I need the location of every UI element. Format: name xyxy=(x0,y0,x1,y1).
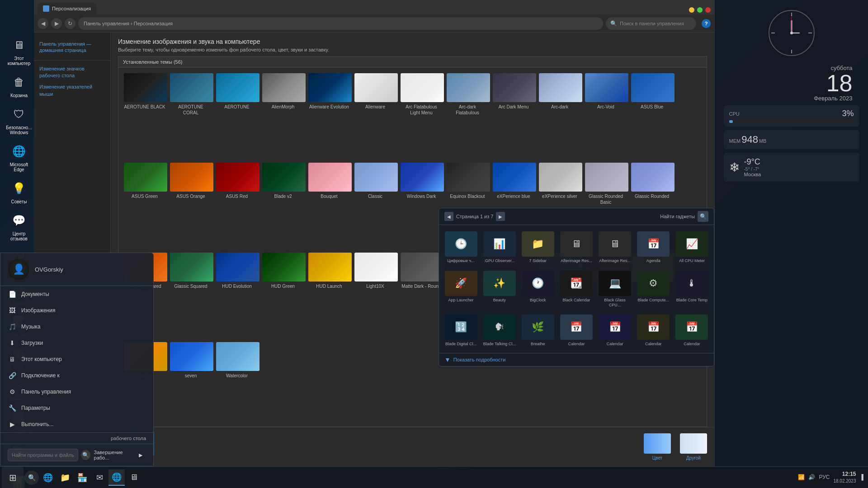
theme-item[interactable]: Blade v2 xyxy=(260,161,306,249)
theme-item[interactable]: ASUS Blue xyxy=(629,71,675,160)
gadget-item[interactable]: 📊 :GPU Observer... xyxy=(481,229,518,266)
theme-item[interactable]: HUD Launch xyxy=(307,251,352,339)
gadget-item[interactable]: 🚀 App Launcher xyxy=(443,268,479,310)
taskbar-search-button[interactable]: 🔍 xyxy=(24,470,39,485)
theme-label: ASUS Green xyxy=(124,193,165,199)
help-button[interactable]: ? xyxy=(702,19,711,28)
gadget-item[interactable]: 🖥 Afterimage Res... xyxy=(558,229,594,266)
theme-label: AEROTUNE CORAL xyxy=(170,104,212,116)
forward-button[interactable]: ▶ xyxy=(51,18,62,29)
gadget-item[interactable]: 🌡 Blade Core Temp xyxy=(674,268,710,310)
minimize-btn[interactable] xyxy=(689,7,694,13)
theme-item[interactable]: HUD Evolution xyxy=(214,251,259,339)
refresh-button[interactable]: ↻ xyxy=(65,18,75,29)
start-menu-item[interactable]: 🖼 Изображения xyxy=(0,302,153,319)
theme-item[interactable]: Arc Dark Menu xyxy=(491,71,536,160)
desktop-icon[interactable]: 🖥 Этот компьютер xyxy=(5,36,33,66)
gadget-item[interactable]: 🕒 Цифровые ч... xyxy=(443,229,479,266)
start-menu-item[interactable]: ▶ Выполнить... xyxy=(0,416,153,432)
theme-item[interactable]: Arc-Void xyxy=(583,71,628,160)
maximize-btn[interactable] xyxy=(697,7,703,13)
gadget-item[interactable]: 🔢 Blade Digital Cl... xyxy=(443,312,479,349)
theme-item[interactable]: HUD Green xyxy=(260,251,306,339)
theme-item[interactable]: Alienware Evolution xyxy=(307,71,352,160)
gadget-item[interactable]: 📈 All CPU Meter xyxy=(674,229,710,266)
shutdown-button[interactable]: Завершение рабо... ▶ xyxy=(90,448,146,462)
theme-item[interactable]: Classic xyxy=(353,161,398,249)
desktop-icon[interactable]: 💬 Центр отзывов xyxy=(5,211,33,241)
theme-item[interactable]: ASUS Green xyxy=(122,161,167,249)
back-button[interactable]: ◀ xyxy=(38,18,48,29)
gadget-item[interactable]: 🕐 BigClock xyxy=(519,268,556,310)
taskbar-mail[interactable]: ✉ xyxy=(91,469,108,486)
theme-item[interactable]: ASUS Red xyxy=(214,161,259,249)
theme-item[interactable]: Windows Dark xyxy=(399,161,444,249)
gadget-item[interactable]: ✨ Beauty xyxy=(481,268,518,310)
next-page-btn[interactable]: ▶ xyxy=(496,212,505,221)
taskbar-chrome[interactable]: 🌐 xyxy=(108,469,125,486)
start-search-input[interactable] xyxy=(8,449,78,461)
gadgets-search-icon[interactable]: 🔍 xyxy=(698,211,708,222)
start-menu-item[interactable]: 🖥 Этот компьютер xyxy=(0,351,153,367)
taskbar-time: 12:15 xyxy=(833,470,856,478)
theme-item[interactable]: Glassic Squared xyxy=(168,251,213,339)
start-menu-item[interactable]: ⚙ Панель управления xyxy=(0,384,153,400)
theme-item[interactable]: Arc-dark xyxy=(537,71,582,160)
taskbar-edge[interactable]: 🌐 xyxy=(40,469,56,486)
gadget-item[interactable]: 🖥 Afterimage Res... xyxy=(597,229,633,266)
gadget-item[interactable]: 🗣 Blade Talking Cl... xyxy=(481,312,518,349)
theme-item[interactable]: Matte Dark - Round xyxy=(399,251,444,339)
theme-item[interactable]: AEROTUNE CORAL xyxy=(168,71,213,160)
gadget-item[interactable]: 📆 Black Calendar xyxy=(558,268,594,310)
search-bar[interactable]: 🔍 Поиск в панели управления xyxy=(606,17,696,30)
gadget-item[interactable]: 📅 Calendar xyxy=(597,312,633,349)
gadget-item[interactable]: 📅 Agenda xyxy=(635,229,672,266)
start-menu-item[interactable]: ⬇ Загрузки xyxy=(0,335,153,351)
gadget-item[interactable]: ⚙ Blade Compute... xyxy=(635,268,672,310)
start-button[interactable]: ⊞ xyxy=(2,467,24,488)
prev-page-btn[interactable]: ◀ xyxy=(444,212,453,221)
taskbar-explorer[interactable]: 📁 xyxy=(57,469,73,486)
start-menu-item[interactable]: 🔗 Подключение к xyxy=(0,367,153,384)
theme-item[interactable]: seven xyxy=(168,340,213,423)
gadget-item[interactable]: 💻 Black Glass CPU... xyxy=(597,268,633,310)
theme-item[interactable]: ASUS Orange xyxy=(168,161,213,249)
theme-thumbnail xyxy=(170,73,213,102)
gadget-item[interactable]: 🌿 Breathe xyxy=(519,312,556,349)
sidebar-cursors-link[interactable]: Изменение указателей мыши xyxy=(34,81,110,100)
active-tab[interactable]: Персонализация xyxy=(38,3,96,14)
start-menu-item[interactable]: 📄 Документы xyxy=(0,286,153,302)
start-menu-item[interactable]: 🎵 Музыка xyxy=(0,319,153,335)
close-btn[interactable] xyxy=(705,7,711,13)
desktop-icon[interactable]: 🛡 Безопасно... Windows xyxy=(5,105,33,135)
desktop-icon[interactable]: 🌐 Microsoft Edge xyxy=(5,142,33,172)
sidebar-icons-link[interactable]: Изменение значков рабочего стола xyxy=(34,63,110,82)
theme-item[interactable]: AEROTUNE xyxy=(214,71,259,160)
gadgets-footer[interactable]: ▼ Показать подробности xyxy=(439,353,714,366)
time-display: 12:15 18.02.2023 xyxy=(833,470,856,484)
start-search-icon[interactable]: 🔍 xyxy=(81,450,90,460)
theme-item[interactable]: Watercolor xyxy=(214,340,259,423)
theme-item[interactable]: AlienMorph xyxy=(260,71,306,160)
color-bottom-item[interactable]: Цвет xyxy=(644,433,671,460)
taskbar-store[interactable]: 🏪 xyxy=(74,469,90,486)
desktop-icon[interactable]: 💡 Советы xyxy=(5,179,33,204)
start-menu-item[interactable]: 🔧 Параметры xyxy=(0,400,153,416)
theme-item[interactable]: Arc Flatabulous Light Menu xyxy=(399,71,444,160)
sidebar-home-link[interactable]: Панель управления — домашняя страница xyxy=(34,37,110,57)
show-desktop-btn[interactable]: ▐ xyxy=(859,474,863,480)
theme-item[interactable]: AEROTUNE BLACK xyxy=(122,71,167,160)
theme-item[interactable]: Alienware xyxy=(353,71,398,160)
gadget-item[interactable]: 📅 Calendar xyxy=(558,312,594,349)
theme-item[interactable]: Arc-dark Flatabulous xyxy=(445,71,490,160)
theme-thumbnail xyxy=(539,163,582,192)
gadget-item[interactable]: 📅 Calendar xyxy=(674,312,710,349)
gadget-item[interactable]: 📅 Calendar xyxy=(635,312,672,349)
address-bar[interactable]: Панель управления › Персонализация xyxy=(78,17,603,30)
desktop-icon[interactable]: 🗑 Корзина xyxy=(5,73,33,98)
gadget-item[interactable]: 📁 7 Sidebar xyxy=(519,229,556,266)
taskbar-terminal[interactable]: 🖥 xyxy=(126,469,142,486)
theme-item[interactable]: Bouquet xyxy=(307,161,352,249)
theme-item[interactable]: Light10X xyxy=(353,251,398,339)
other-bottom-item[interactable]: Другой xyxy=(680,433,707,460)
